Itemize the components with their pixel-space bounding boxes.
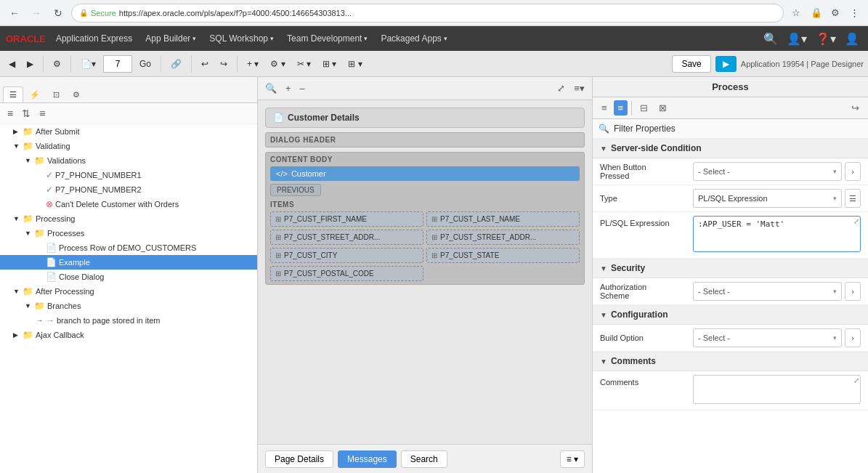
tree-item-closedialog[interactable]: 📄 Close Dialog	[0, 270, 257, 284]
ext3-btn[interactable]: ⋮	[846, 5, 862, 21]
item-cust-street2[interactable]: ⊞ P7_CUST_STREET_ADDR...	[426, 230, 580, 245]
tree-item-ajaxcallback[interactable]: ▶ 📁 Ajax Callback	[0, 328, 257, 342]
tree-item-branchtopage[interactable]: → → branch to page stored in item	[0, 313, 257, 328]
center-zoom-in-btn[interactable]: +	[283, 81, 294, 95]
browser-back[interactable]: ←	[6, 4, 23, 22]
toolbar-undo-btn[interactable]: ↩	[197, 57, 213, 71]
item-cust-street1[interactable]: ⊞ P7_CUST_STREET_ADDR...	[270, 230, 423, 245]
auth-scheme-nav-btn[interactable]: ›	[845, 282, 861, 301]
toolbar-page-create-btn[interactable]: 📄▾	[76, 57, 100, 71]
section-security[interactable]: ▼ Security	[593, 259, 868, 278]
item-cust-city[interactable]: ⊞ P7_CUST_CITY	[270, 248, 423, 263]
nav-help-btn[interactable]: ❓▾	[813, 29, 839, 49]
tree-item-example[interactable]: 📄 Example	[0, 255, 257, 270]
toolbar-redo-btn[interactable]: ↪	[216, 57, 232, 71]
tree-item-validations[interactable]: ▼ 📁 Validations	[0, 153, 257, 168]
nav-app-builder[interactable]: App Builder ▾	[139, 31, 202, 47]
center-zoom-out-btn[interactable]: –	[297, 81, 308, 95]
left-tab-comp[interactable]: ⊡	[46, 86, 66, 102]
right-tab-3[interactable]: ⊟	[636, 100, 652, 116]
build-option-select[interactable]: - Select - ▾	[693, 328, 842, 347]
plsql-label: PL/SQL Expression	[600, 216, 687, 227]
when-button-select[interactable]: - Select - ▾	[693, 162, 842, 181]
tree-item-processrow[interactable]: 📄 Process Row of DEMO_CUSTOMERS	[0, 240, 257, 255]
tree-item-afterprocessing[interactable]: ▼ 📁 After Processing	[0, 284, 257, 299]
left-tab-tree[interactable]: ☰	[3, 86, 23, 102]
center-search-btn[interactable]: 🔍	[262, 81, 280, 95]
item-cust-last-name[interactable]: ⊞ P7_CUST_LAST_NAME	[426, 211, 580, 227]
tree-item-processes[interactable]: ▼ 📁 Processes	[0, 226, 257, 240]
toolbar-grid-btn[interactable]: ⊞ ▾	[344, 57, 366, 71]
toolbar-build-btn[interactable]: ⊞ ▾	[318, 57, 341, 71]
comments-label: Comments	[600, 375, 687, 387]
page-title: Customer Details	[288, 113, 360, 123]
when-button-nav-btn[interactable]: ›	[845, 162, 861, 181]
item-cust-postal[interactable]: ⊞ P7_CUST_POSTAL_CODE	[270, 266, 423, 281]
nav-user-btn[interactable]: 👤	[842, 29, 862, 49]
page-details-btn[interactable]: Page Details	[265, 450, 333, 468]
customer-row[interactable]: </> Customer	[270, 166, 580, 181]
nav-search-btn[interactable]: 🔍	[760, 29, 781, 49]
type-select[interactable]: PL/SQL Expression ▾	[693, 189, 842, 208]
tree-item-p7phone2[interactable]: ✓ P7_PHONE_NUMBER2	[0, 182, 257, 197]
comments-textarea[interactable]	[693, 375, 861, 404]
center-expand-btn[interactable]: ⤢	[554, 81, 568, 95]
right-tab-4[interactable]: ⊠	[654, 100, 671, 116]
center-menu-btn[interactable]: ≡▾	[571, 81, 588, 95]
bottom-menu-btn[interactable]: ≡ ▾	[560, 450, 585, 468]
tree-item-processing[interactable]: ▼ 📁 Processing	[0, 211, 257, 226]
bookmark-btn[interactable]: ☆	[788, 5, 804, 21]
build-option-nav-btn[interactable]: ›	[845, 328, 861, 347]
nav-sql-workshop[interactable]: SQL Workshop ▾	[203, 31, 280, 47]
toolbar-tools2-btn[interactable]: ✂ ▾	[293, 57, 315, 71]
processing-label: Processing	[36, 214, 75, 223]
tree-item-validating[interactable]: ▼ 📁 Validating	[0, 139, 257, 153]
right-tab-nav[interactable]: ↪	[847, 100, 864, 116]
section-configuration[interactable]: ▼ Configuration	[593, 305, 868, 325]
page-number-input[interactable]	[103, 55, 132, 73]
browser-forward[interactable]: →	[28, 4, 45, 22]
section-comments[interactable]: ▼ Comments	[593, 352, 868, 371]
nav-account-btn[interactable]: 👤▾	[784, 29, 810, 49]
left-sort-btn[interactable]: ⇅	[19, 106, 33, 121]
plsql-textarea[interactable]: :APP_USER = 'Matt'	[693, 216, 861, 252]
ext1-btn[interactable]: 🔒	[808, 5, 824, 21]
left-tab-gear[interactable]: ⚙	[66, 86, 86, 102]
item-cust-state[interactable]: ⊞ P7_CUST_STATE	[426, 248, 580, 263]
comments-expand-btn[interactable]: ⤢	[853, 376, 859, 384]
plsql-expand-btn[interactable]: ⤢	[853, 217, 859, 225]
folder-icon-processing: 📁	[23, 214, 33, 224]
section-title-security: Security	[611, 263, 645, 273]
items-label: ITEMS	[270, 201, 580, 209]
messages-btn[interactable]: Messages	[338, 450, 397, 468]
left-expand-btn[interactable]: ≡	[36, 106, 48, 121]
tree-item-p7phone1[interactable]: ✓ P7_PHONE_NUMBER1	[0, 168, 257, 182]
nav-packaged-apps[interactable]: Packaged Apps ▾	[375, 31, 453, 47]
toolbar-settings-btn[interactable]: ⚙	[49, 57, 65, 71]
type-list-btn[interactable]: ☰	[845, 189, 861, 208]
toolbar-add-btn[interactable]: + ▾	[243, 57, 263, 71]
tree-item-after-submit[interactable]: ▶ 📁 After Submit	[0, 124, 257, 139]
save-button[interactable]: Save	[672, 55, 710, 73]
toolbar-nav-fwd[interactable]: ▶	[23, 57, 38, 71]
right-tab-2[interactable]: ≡	[614, 100, 628, 116]
browser-url-bar[interactable]: 🔒 Secure https://apex.oracle.com/pls/ape…	[71, 4, 784, 23]
ext2-btn[interactable]: ⚙	[827, 5, 843, 21]
item-cust-first-name[interactable]: ⊞ P7_CUST_FIRST_NAME	[270, 211, 423, 227]
nav-app-express[interactable]: Application Express	[50, 31, 138, 47]
run-button[interactable]: ▶	[715, 56, 737, 72]
toolbar-tools1-btn[interactable]: ⚙ ▾	[266, 57, 289, 71]
tree-item-cantdelete[interactable]: ⊗ Can't Delete Customer with Orders	[0, 197, 257, 211]
toolbar-go-btn[interactable]: Go	[135, 57, 155, 71]
nav-team-dev[interactable]: Team Development ▾	[281, 31, 373, 47]
auth-scheme-select[interactable]: - Select - ▾	[693, 282, 842, 301]
tree-item-branches[interactable]: ▼ 📁 Branches	[0, 299, 257, 313]
left-menu-btn[interactable]: ≡	[4, 106, 16, 121]
toolbar-nav-back[interactable]: ◀	[4, 57, 20, 71]
section-server-side[interactable]: ▼ Server-side Condition	[593, 139, 868, 158]
left-tab-search[interactable]: ⚡	[23, 86, 46, 102]
browser-reload[interactable]: ↻	[49, 4, 67, 22]
toolbar-shared-btn[interactable]: 🔗	[166, 57, 186, 71]
search-btn[interactable]: Search	[401, 450, 447, 468]
right-tab-1[interactable]: ≡	[597, 100, 612, 116]
